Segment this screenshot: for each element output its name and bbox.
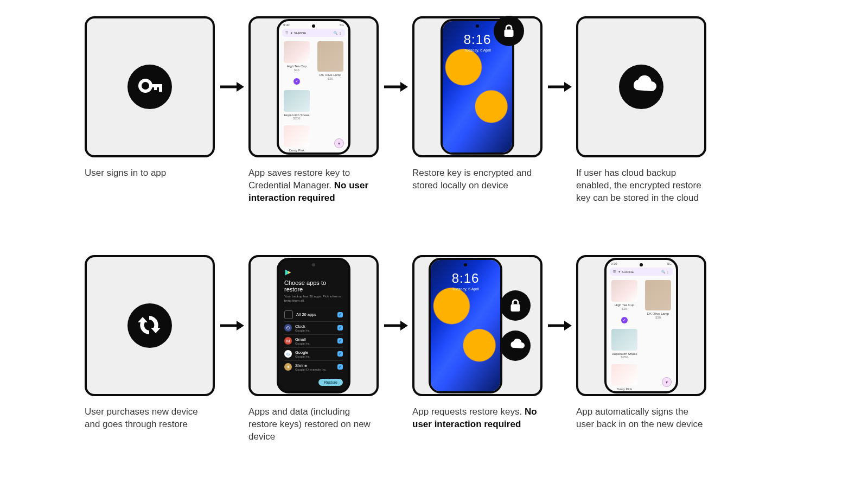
flow-step: 9:305G☰✦ SHRINE🔍 ⋮High Tea Cup$36✓Hopsco… <box>576 255 706 431</box>
step-caption: If user has cloud backup enabled, the en… <box>576 167 706 205</box>
lock-icon <box>500 290 531 321</box>
flow-step: If user has cloud backup enabled, the en… <box>576 16 706 205</box>
phone-shrine: 9:305G☰✦ SHRINE🔍 ⋮High Tea Cup$36✓Hopsco… <box>277 19 350 155</box>
arrow-right-icon <box>542 255 576 396</box>
play-logo-icon <box>284 269 292 276</box>
arrow-right-icon <box>215 16 248 157</box>
diagram-canvas: User signs in to app9:305G☰✦ SHRINE🔍 ⋮Hi… <box>0 0 868 483</box>
flow-row-1: User signs in to app9:305G☰✦ SHRINE🔍 ⋮Hi… <box>85 16 706 205</box>
flow-step: User signs in to app <box>85 16 215 180</box>
arrow-right-icon <box>542 16 576 157</box>
step-caption: User signs in to app <box>85 167 215 180</box>
restore-app-row: ✦ShrineGoogle IO example Inc.✓ <box>284 360 343 373</box>
step-caption: User purchases new device and goes throu… <box>85 406 215 431</box>
step-caption: App saves restore key to Credential Mana… <box>248 167 379 205</box>
flow-panel <box>85 16 215 157</box>
lock-cloud-stack <box>500 290 531 361</box>
flow-panel <box>85 255 215 396</box>
key-icon <box>127 65 172 109</box>
flow-step: User purchases new device and goes throu… <box>85 255 215 431</box>
product-card: High Tea Cup$36 <box>611 280 637 310</box>
flow-step: 8:16Tuesday, 6 AprilRestore key is encry… <box>412 16 542 192</box>
restore-all-row: All 26 apps✓ <box>284 308 343 321</box>
restore-app-row: ⏲ClockGoogle Inc.✓ <box>284 321 343 334</box>
phone-shrine: 9:305G☰✦ SHRINE🔍 ⋮High Tea Cup$36✓Hopsco… <box>604 258 678 393</box>
cart-fab: ▾ <box>662 377 672 387</box>
flow-step: Choose apps to restoreYour backup has 26… <box>248 255 379 443</box>
arrow-right-icon <box>215 255 248 396</box>
phone-restore: Choose apps to restoreYour backup has 26… <box>277 258 350 393</box>
cart-fab: ▾ <box>334 138 344 148</box>
restore-app-row: MGmailGoogle Inc.✓ <box>284 334 343 347</box>
lockscreen-date: Tuesday, 6 April <box>431 287 500 291</box>
restore-app-row: GGoogleGoogle Inc.✓ <box>284 347 343 360</box>
product-card: High Tea Cup$36 <box>284 41 310 72</box>
cloud-icon <box>619 65 663 109</box>
flow-panel: Choose apps to restoreYour backup has 26… <box>248 255 379 396</box>
step-caption: Apps and data (including restore keys) r… <box>248 406 379 443</box>
flow-panel: 9:305G☰✦ SHRINE🔍 ⋮High Tea Cup$36✓Hopsco… <box>576 255 706 396</box>
product-card: DK Olive Lamp$30 <box>645 280 671 319</box>
shrine-appbar: ☰✦ SHRINE🔍 ⋮ <box>610 268 673 276</box>
product-card: Hopscotch Shoes$256 <box>611 329 637 359</box>
flow-panel: 8:16Tuesday, 6 April <box>412 255 542 396</box>
step-caption: App requests restore keys. No user inter… <box>412 406 542 431</box>
flow-panel <box>576 16 706 157</box>
flow-panel: 9:305G☰✦ SHRINE🔍 ⋮High Tea Cup$36✓Hopsco… <box>248 16 379 157</box>
arrow-right-icon <box>379 255 412 396</box>
restore-cta: Restore <box>318 379 343 386</box>
restore-title: Choose apps to restore <box>284 279 343 293</box>
lockscreen-date: Tuesday, 6 April <box>443 48 512 52</box>
product-card: Dusty Pink Satchel$198 <box>284 125 310 155</box>
product-card: DK Olive Lamp$30 <box>317 41 343 80</box>
product-card: Dusty Pink Satchel$198 <box>611 364 637 393</box>
flow-step: 9:305G☰✦ SHRINE🔍 ⋮High Tea Cup$36✓Hopsco… <box>248 16 379 205</box>
step-caption: Restore key is encrypted and stored loca… <box>412 167 542 192</box>
lock-icon <box>494 16 524 46</box>
flow-row-2: User purchases new device and goes throu… <box>85 255 706 443</box>
restore-subtitle: Your backup has 26 apps. Pick a few or b… <box>284 295 343 303</box>
flow-panel: 8:16Tuesday, 6 April <box>412 16 542 157</box>
cloud-icon <box>500 331 531 361</box>
lockscreen-time: 8:16 <box>431 271 500 286</box>
step-caption: App automatically signs the user back in… <box>576 406 706 431</box>
product-card: Hopscotch Shoes$256 <box>284 90 310 120</box>
phone-lockscreen: 8:16Tuesday, 6 April <box>429 258 502 393</box>
sync-icon <box>127 303 172 348</box>
arrow-right-icon <box>379 16 412 157</box>
flow-step: 8:16Tuesday, 6 AprilApp requests restore… <box>412 255 542 431</box>
shrine-appbar: ☰✦ SHRINE🔍 ⋮ <box>282 29 345 37</box>
